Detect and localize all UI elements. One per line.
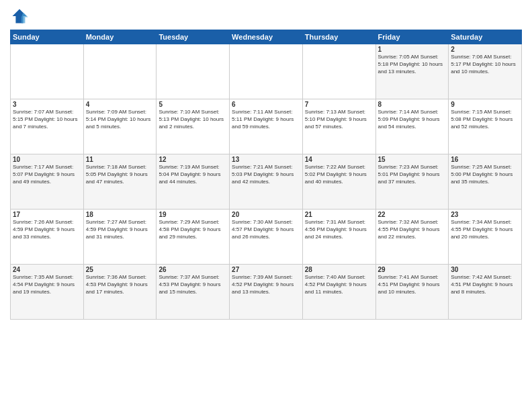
day-number: 25: [86, 266, 154, 273]
calendar-cell: 29Sunrise: 7:41 AM Sunset: 4:51 PM Dayli…: [375, 265, 449, 320]
weekday-header-saturday: Saturday: [449, 30, 522, 44]
day-number: 17: [13, 211, 81, 218]
day-number: 1: [378, 46, 447, 53]
cell-info: Sunrise: 7:27 AM Sunset: 4:59 PM Dayligh…: [86, 219, 154, 240]
day-number: 22: [378, 211, 447, 218]
day-number: 27: [232, 266, 300, 273]
calendar-week-4: 17Sunrise: 7:26 AM Sunset: 4:59 PM Dayli…: [11, 210, 522, 265]
cell-info: Sunrise: 7:15 AM Sunset: 5:08 PM Dayligh…: [451, 109, 519, 130]
day-number: 20: [232, 211, 300, 218]
cell-info: Sunrise: 7:29 AM Sunset: 4:58 PM Dayligh…: [159, 219, 227, 240]
cell-info: Sunrise: 7:19 AM Sunset: 5:04 PM Dayligh…: [159, 164, 227, 185]
calendar-cell: 10Sunrise: 7:17 AM Sunset: 5:07 PM Dayli…: [11, 154, 84, 210]
cell-info: Sunrise: 7:11 AM Sunset: 5:11 PM Dayligh…: [232, 109, 300, 130]
calendar-table: SundayMondayTuesdayWednesdayThursdayFrid…: [10, 30, 522, 320]
calendar-cell: 19Sunrise: 7:29 AM Sunset: 4:58 PM Dayli…: [157, 210, 230, 265]
logo-icon: [10, 7, 29, 26]
day-number: 9: [451, 101, 519, 108]
day-number: 19: [159, 211, 227, 218]
cell-info: Sunrise: 7:17 AM Sunset: 5:07 PM Dayligh…: [13, 164, 81, 185]
cell-info: Sunrise: 7:21 AM Sunset: 5:03 PM Dayligh…: [232, 164, 300, 185]
calendar-cell: 24Sunrise: 7:35 AM Sunset: 4:54 PM Dayli…: [11, 265, 84, 320]
cell-info: Sunrise: 7:39 AM Sunset: 4:52 PM Dayligh…: [232, 274, 300, 295]
calendar-cell: 27Sunrise: 7:39 AM Sunset: 4:52 PM Dayli…: [230, 265, 303, 320]
cell-info: Sunrise: 7:35 AM Sunset: 4:54 PM Dayligh…: [13, 274, 81, 295]
cell-info: Sunrise: 7:42 AM Sunset: 4:51 PM Dayligh…: [451, 274, 519, 295]
cell-info: Sunrise: 7:07 AM Sunset: 5:15 PM Dayligh…: [13, 109, 81, 130]
day-number: 12: [159, 156, 227, 163]
cell-info: Sunrise: 7:30 AM Sunset: 4:57 PM Dayligh…: [232, 219, 300, 240]
cell-info: Sunrise: 7:25 AM Sunset: 5:00 PM Dayligh…: [451, 164, 519, 185]
calendar-cell: 7Sunrise: 7:13 AM Sunset: 5:10 PM Daylig…: [302, 99, 375, 154]
cell-info: Sunrise: 7:31 AM Sunset: 4:56 PM Dayligh…: [305, 219, 373, 240]
calendar-cell: 25Sunrise: 7:36 AM Sunset: 4:53 PM Dayli…: [83, 265, 157, 320]
calendar-cell: 18Sunrise: 7:27 AM Sunset: 4:59 PM Dayli…: [83, 210, 157, 265]
weekday-header-wednesday: Wednesday: [230, 30, 303, 44]
calendar-cell: 15Sunrise: 7:23 AM Sunset: 5:01 PM Dayli…: [375, 154, 449, 210]
day-number: 5: [159, 101, 227, 108]
calendar-cell: 8Sunrise: 7:14 AM Sunset: 5:09 PM Daylig…: [375, 99, 449, 154]
calendar-cell: 21Sunrise: 7:31 AM Sunset: 4:56 PM Dayli…: [302, 210, 375, 265]
calendar-cell: 3Sunrise: 7:07 AM Sunset: 5:15 PM Daylig…: [11, 99, 84, 154]
cell-info: Sunrise: 7:23 AM Sunset: 5:01 PM Dayligh…: [378, 164, 447, 185]
day-number: 11: [86, 156, 154, 163]
calendar-cell: 17Sunrise: 7:26 AM Sunset: 4:59 PM Dayli…: [11, 210, 84, 265]
weekday-header-row: SundayMondayTuesdayWednesdayThursdayFrid…: [11, 30, 522, 44]
day-number: 13: [232, 156, 300, 163]
calendar-cell: 28Sunrise: 7:40 AM Sunset: 4:52 PM Dayli…: [302, 265, 375, 320]
day-number: 16: [451, 156, 519, 163]
day-number: 29: [378, 266, 447, 273]
day-number: 7: [305, 101, 373, 108]
cell-info: Sunrise: 7:18 AM Sunset: 5:05 PM Dayligh…: [86, 164, 154, 185]
day-number: 26: [159, 266, 227, 273]
day-number: 14: [305, 156, 373, 163]
day-number: 10: [13, 156, 81, 163]
calendar-cell: 16Sunrise: 7:25 AM Sunset: 5:00 PM Dayli…: [449, 154, 522, 210]
weekday-header-thursday: Thursday: [302, 30, 375, 44]
day-number: 24: [13, 266, 81, 273]
weekday-header-sunday: Sunday: [11, 30, 84, 44]
cell-info: Sunrise: 7:14 AM Sunset: 5:09 PM Dayligh…: [378, 109, 447, 130]
calendar-week-2: 3Sunrise: 7:07 AM Sunset: 5:15 PM Daylig…: [11, 99, 522, 154]
calendar-week-3: 10Sunrise: 7:17 AM Sunset: 5:07 PM Dayli…: [11, 154, 522, 210]
cell-info: Sunrise: 7:34 AM Sunset: 4:55 PM Dayligh…: [451, 219, 519, 240]
day-number: 18: [86, 211, 154, 218]
calendar-cell: 12Sunrise: 7:19 AM Sunset: 5:04 PM Dayli…: [157, 154, 230, 210]
calendar-cell: 4Sunrise: 7:09 AM Sunset: 5:14 PM Daylig…: [83, 99, 157, 154]
cell-info: Sunrise: 7:06 AM Sunset: 5:17 PM Dayligh…: [451, 54, 519, 75]
cell-info: Sunrise: 7:05 AM Sunset: 5:18 PM Dayligh…: [378, 54, 447, 75]
day-number: 21: [305, 211, 373, 218]
day-number: 28: [305, 266, 373, 273]
calendar-cell: 6Sunrise: 7:11 AM Sunset: 5:11 PM Daylig…: [230, 99, 303, 154]
day-number: 6: [232, 101, 300, 108]
day-number: 30: [451, 266, 519, 273]
calendar-cell: 20Sunrise: 7:30 AM Sunset: 4:57 PM Dayli…: [230, 210, 303, 265]
cell-info: Sunrise: 7:10 AM Sunset: 5:13 PM Dayligh…: [159, 109, 227, 130]
calendar-cell: 22Sunrise: 7:32 AM Sunset: 4:55 PM Dayli…: [375, 210, 449, 265]
calendar-cell: 14Sunrise: 7:22 AM Sunset: 5:02 PM Dayli…: [302, 154, 375, 210]
day-number: 15: [378, 156, 447, 163]
calendar-cell: 9Sunrise: 7:15 AM Sunset: 5:08 PM Daylig…: [449, 99, 522, 154]
cell-info: Sunrise: 7:37 AM Sunset: 4:53 PM Dayligh…: [159, 274, 227, 295]
cell-info: Sunrise: 7:32 AM Sunset: 4:55 PM Dayligh…: [378, 219, 447, 240]
weekday-header-friday: Friday: [375, 30, 449, 44]
calendar-cell: 1Sunrise: 7:05 AM Sunset: 5:18 PM Daylig…: [375, 44, 449, 99]
cell-info: Sunrise: 7:36 AM Sunset: 4:53 PM Dayligh…: [86, 274, 154, 295]
calendar-cell: 26Sunrise: 7:37 AM Sunset: 4:53 PM Dayli…: [157, 265, 230, 320]
cell-info: Sunrise: 7:22 AM Sunset: 5:02 PM Dayligh…: [305, 164, 373, 185]
calendar-cell: 2Sunrise: 7:06 AM Sunset: 5:17 PM Daylig…: [449, 44, 522, 99]
calendar-cell: [230, 44, 303, 99]
logo: [10, 7, 32, 26]
cell-info: Sunrise: 7:40 AM Sunset: 4:52 PM Dayligh…: [305, 274, 373, 295]
cell-info: Sunrise: 7:09 AM Sunset: 5:14 PM Dayligh…: [86, 109, 154, 130]
calendar-cell: 30Sunrise: 7:42 AM Sunset: 4:51 PM Dayli…: [449, 265, 522, 320]
calendar-cell: 5Sunrise: 7:10 AM Sunset: 5:13 PM Daylig…: [157, 99, 230, 154]
day-number: 3: [13, 101, 81, 108]
calendar-cell: [11, 44, 84, 99]
calendar-week-1: 1Sunrise: 7:05 AM Sunset: 5:18 PM Daylig…: [11, 44, 522, 99]
calendar-cell: [157, 44, 230, 99]
calendar-week-5: 24Sunrise: 7:35 AM Sunset: 4:54 PM Dayli…: [11, 265, 522, 320]
day-number: 4: [86, 101, 154, 108]
calendar-cell: [83, 44, 157, 99]
calendar-cell: 23Sunrise: 7:34 AM Sunset: 4:55 PM Dayli…: [449, 210, 522, 265]
